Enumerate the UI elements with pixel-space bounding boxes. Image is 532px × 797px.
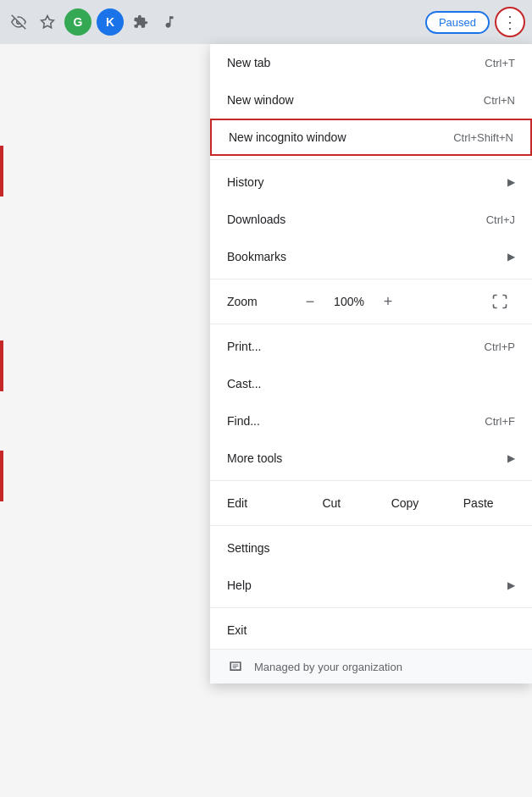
zoom-label: Zoom [227,295,295,308]
edit-row: Edit Cut Copy Paste [210,484,532,522]
menu-item-cast[interactable]: Cast... [210,365,532,402]
svg-marker-1 [42,16,54,28]
bookmarks-arrow-icon: ▶ [507,251,515,263]
zoom-fullscreen-button[interactable] [485,286,515,317]
sidebar-accent-3 [0,451,3,501]
menu-item-print[interactable]: Print... Ctrl+P [210,328,532,365]
more-tools-arrow-icon: ▶ [507,452,515,464]
three-dots-button[interactable] [495,7,525,37]
menu-item-find[interactable]: Find... Ctrl+F [210,402,532,440]
menu-label-new-tab: New tab [227,56,485,69]
history-arrow-icon: ▶ [507,176,515,188]
extensions-icon[interactable] [129,10,152,34]
zoom-row: Zoom − 100% + [210,283,532,320]
paste-button[interactable]: Paste [441,490,515,517]
zoom-minus-button[interactable]: − [295,286,325,317]
menu-shortcut-new-window: Ctrl+N [484,94,515,107]
help-arrow-icon: ▶ [507,579,515,591]
menu-label-settings: Settings [227,541,515,555]
menu-label-help: Help [227,578,501,592]
zoom-value: 100% [332,295,366,308]
sidebar-accent-2 [0,340,3,391]
music-icon[interactable] [158,10,181,34]
menu-item-history[interactable]: History ▶ [210,163,532,201]
zoom-plus-button[interactable]: + [373,286,403,317]
menu-shortcut-find: Ctrl+F [485,415,515,428]
menu-item-downloads[interactable]: Downloads Ctrl+J [210,201,532,238]
menu-item-bookmarks[interactable]: Bookmarks ▶ [210,238,532,275]
cut-button[interactable]: Cut [295,490,369,517]
menu-item-settings[interactable]: Settings [210,529,532,567]
menu-label-new-window: New window [227,93,484,107]
k-extension-icon[interactable]: K [97,8,124,36]
star-icon[interactable] [36,10,59,34]
edit-label: Edit [227,496,295,510]
organization-icon [227,658,244,675]
menu-item-new-tab[interactable]: New tab Ctrl+T [210,44,532,81]
menu-item-more-tools[interactable]: More tools ▶ [210,440,532,477]
eye-slash-icon[interactable] [7,10,30,34]
divider-3 [210,324,532,324]
copy-button[interactable]: Copy [369,490,442,517]
menu-item-new-incognito[interactable]: New incognito window Ctrl+Shift+N [210,119,532,156]
menu-label-new-incognito: New incognito window [229,130,453,144]
divider-6 [210,607,532,608]
paused-button[interactable]: Paused [425,11,490,34]
menu-shortcut-downloads: Ctrl+J [486,213,515,226]
menu-item-exit[interactable]: Exit [210,612,532,649]
menu-shortcut-new-incognito: Ctrl+Shift+N [453,131,513,144]
menu-item-help[interactable]: Help ▶ [210,567,532,604]
menu-item-new-window[interactable]: New window Ctrl+N [210,81,532,119]
menu-footer: Managed by your organization [210,649,532,684]
menu-label-print: Print... [227,340,485,353]
sidebar-accent-1 [0,146,3,196]
grammarly-icon[interactable]: G [64,8,91,36]
menu-label-bookmarks: Bookmarks [227,250,501,263]
menu-label-cast: Cast... [227,377,515,390]
menu-label-find: Find... [227,414,485,428]
menu-label-exit: Exit [227,623,515,637]
chrome-menu: New tab Ctrl+T New window Ctrl+N New inc… [210,44,532,684]
divider-1 [210,159,532,160]
menu-label-downloads: Downloads [227,213,486,226]
divider-4 [210,480,532,481]
browser-toolbar: G K Paused [0,0,532,44]
menu-shortcut-new-tab: Ctrl+T [485,57,515,69]
menu-shortcut-print: Ctrl+P [485,340,515,353]
menu-label-history: History [227,175,501,189]
divider-5 [210,525,532,526]
divider-2 [210,279,532,280]
menu-label-more-tools: More tools [227,451,501,465]
footer-text: Managed by your organization [254,661,402,673]
